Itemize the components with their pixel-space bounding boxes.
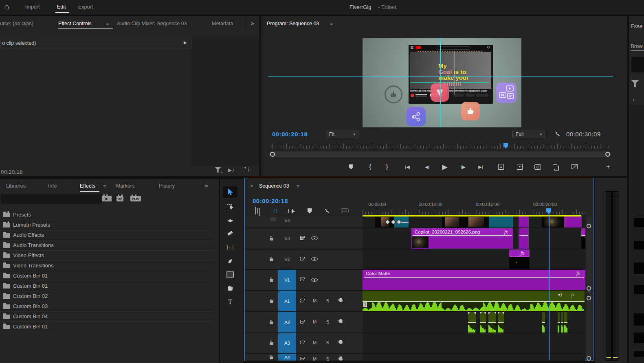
track-label-A4[interactable]: A4 bbox=[278, 354, 296, 361]
effects-bin-row[interactable]: Video Transitions bbox=[0, 260, 214, 271]
tab-libraries[interactable]: Libraries bbox=[6, 183, 26, 189]
source-patch-icon[interactable] bbox=[300, 278, 306, 282]
tab-metadata[interactable]: Metadata bbox=[212, 21, 233, 26]
effects-panel-menu-icon[interactable]: ≡ bbox=[103, 183, 106, 189]
clip-selection-expand-icon[interactable]: ▶ bbox=[184, 40, 187, 45]
transport-export-frame-button[interactable] bbox=[532, 162, 543, 172]
track-lock-icon[interactable] bbox=[270, 342, 273, 345]
selection-tool[interactable] bbox=[223, 186, 237, 198]
play-audio-icon[interactable]: ▶♪ bbox=[228, 167, 234, 173]
effects-bin-row[interactable]: Custom Bin 01 bbox=[0, 281, 214, 291]
effect-controls-panel-menu-icon[interactable]: ≡ bbox=[106, 21, 109, 27]
track-label-V4[interactable]: V4 bbox=[278, 216, 296, 229]
effects-bin-row[interactable]: Custom Bin 01 bbox=[0, 321, 214, 332]
effects-bin-row[interactable]: Custom Bin 01 bbox=[0, 271, 214, 281]
mute-track-button[interactable]: M bbox=[313, 298, 317, 303]
track-height-handle[interactable] bbox=[587, 296, 591, 300]
toggle-track-output-eye-icon[interactable] bbox=[311, 278, 318, 282]
track-lock-icon[interactable] bbox=[270, 258, 273, 261]
solo-track-button[interactable]: S bbox=[326, 356, 329, 361]
transport-play-button[interactable]: ▶ bbox=[439, 162, 451, 172]
source-patch-icon[interactable] bbox=[300, 341, 306, 345]
template-thumbnail[interactable] bbox=[634, 241, 644, 249]
voiceover-record-mic-icon[interactable] bbox=[339, 319, 342, 323]
program-timecode[interactable]: 00:00:20:18 bbox=[272, 131, 308, 138]
clip-segment-v4[interactable] bbox=[519, 216, 529, 227]
track-lock-icon[interactable] bbox=[270, 217, 276, 221]
timeline-insert-nest-sequence-button[interactable] bbox=[252, 206, 264, 216]
effects-overflow-icon[interactable]: » bbox=[205, 182, 208, 189]
track-label-A1[interactable]: A1 bbox=[278, 291, 296, 311]
transport-multi-camera-button[interactable] bbox=[569, 162, 580, 172]
essential-expand-chevron-icon[interactable]: › bbox=[633, 96, 635, 103]
timeline-add-marker-button[interactable] bbox=[304, 206, 315, 216]
effects-bin-row[interactable]: Audio Effects bbox=[0, 230, 214, 241]
home-icon[interactable]: ⌂ bbox=[4, 2, 9, 11]
program-zoom-select[interactable]: Fit▾ bbox=[326, 130, 358, 138]
template-thumbnail[interactable] bbox=[634, 262, 644, 274]
ripple-edit-tool[interactable]: ◀▶ bbox=[223, 214, 237, 226]
timeline-captions-button[interactable]: CC bbox=[339, 206, 350, 216]
effects-bin-row[interactable]: Custom Bin 03 bbox=[0, 301, 214, 312]
timeline-timecode[interactable]: 00:00:20:18 bbox=[253, 197, 288, 204]
transport-step-forward-button[interactable]: |▶ bbox=[457, 162, 469, 172]
solo-track-button[interactable]: S bbox=[326, 340, 329, 345]
program-scroll-handle-right[interactable] bbox=[605, 152, 610, 157]
effects-bin-row[interactable]: Custom Bin 02 bbox=[0, 291, 214, 302]
topbar-tab-export[interactable]: Export bbox=[78, 4, 93, 10]
audio-sliver-top[interactable] bbox=[564, 312, 567, 322]
mute-track-button[interactable]: M bbox=[313, 356, 317, 361]
clip-segment-v4[interactable] bbox=[564, 216, 582, 227]
effect-controls-overflow-icon[interactable]: » bbox=[251, 20, 254, 26]
track-lane-A3[interactable] bbox=[363, 333, 585, 354]
track-height-handle[interactable] bbox=[587, 224, 591, 228]
slip-tool[interactable]: |↔| bbox=[223, 241, 237, 253]
template-thumbnail[interactable] bbox=[634, 218, 644, 227]
hand-tool[interactable] bbox=[223, 282, 237, 294]
transport-go-to-in-button[interactable]: |◀ bbox=[402, 162, 413, 172]
timeline-linked-selection-button[interactable]: ▶ bbox=[286, 206, 297, 216]
tab-program-monitor[interactable]: Program: Sequence 03 bbox=[267, 21, 319, 26]
toggle-track-output-eye-icon[interactable] bbox=[311, 257, 318, 261]
toggle-track-output-eye-icon[interactable] bbox=[311, 236, 318, 240]
clip-body[interactable] bbox=[509, 257, 530, 269]
accelerated-effects-badge-icon[interactable]: ▶ bbox=[102, 196, 112, 201]
track-label-V3[interactable]: V3 bbox=[278, 228, 296, 249]
solo-track-button[interactable]: S bbox=[326, 298, 329, 303]
source-patch-icon[interactable] bbox=[300, 299, 306, 303]
transport-comparison-view-button[interactable] bbox=[549, 162, 560, 172]
32bit-color-badge-icon[interactable]: 32 bbox=[116, 196, 123, 201]
track-height-handle[interactable] bbox=[587, 286, 591, 291]
transport-add-marker-button[interactable] bbox=[345, 162, 357, 172]
template-thumbnail[interactable] bbox=[634, 351, 644, 357]
track-lane-V2[interactable] bbox=[363, 249, 585, 270]
timeline-snap-button[interactable]: ∩ bbox=[270, 206, 281, 216]
tab-effects[interactable]: Effects bbox=[80, 183, 95, 189]
template-thumbnail[interactable] bbox=[634, 285, 644, 294]
voiceover-record-mic-icon[interactable] bbox=[339, 340, 342, 343]
effects-bin-row[interactable]: Custom Bin 04 bbox=[0, 311, 214, 322]
track-height-handle[interactable] bbox=[587, 356, 591, 361]
transport-button-editor-button[interactable]: + bbox=[602, 162, 614, 172]
audio-clip-top[interactable] bbox=[363, 291, 585, 301]
tab-browse[interactable]: Brow bbox=[631, 43, 643, 49]
track-lock-icon[interactable] bbox=[270, 356, 273, 359]
source-patch-icon[interactable] bbox=[300, 236, 306, 241]
clip-body[interactable] bbox=[363, 278, 585, 290]
transport-lift-button[interactable]: ▲ bbox=[495, 162, 507, 172]
transport-step-back-button[interactable]: ◀| bbox=[422, 162, 433, 172]
effects-bin-row[interactable]: Audio Transitions bbox=[0, 240, 214, 251]
clip-segment-v3[interactable] bbox=[519, 228, 529, 249]
program-quality-select[interactable]: Full▾ bbox=[512, 130, 545, 138]
source-patch-icon[interactable] bbox=[300, 257, 306, 261]
yuv-effects-badge-icon[interactable]: YUV bbox=[130, 196, 141, 201]
effects-bin-row[interactable]: ★Lumetri Presets bbox=[0, 220, 214, 230]
program-panel-menu-icon[interactable]: ≡ bbox=[330, 21, 333, 27]
clip-body[interactable] bbox=[581, 236, 585, 249]
tab-markers[interactable]: Markers bbox=[116, 183, 134, 189]
effects-search-input[interactable] bbox=[1, 195, 101, 203]
tab-source-monitor[interactable]: urce: (no clips) bbox=[0, 21, 33, 26]
effects-bin-row[interactable]: Video Effects bbox=[0, 250, 214, 261]
clip-segment-v4[interactable] bbox=[489, 216, 513, 227]
essential-search-input[interactable] bbox=[631, 57, 644, 72]
